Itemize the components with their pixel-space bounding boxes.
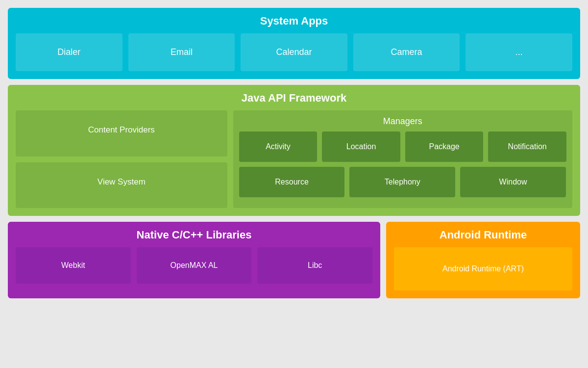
java-left-panel: Content Providers View System: [16, 110, 227, 208]
manager-notification[interactable]: Notification: [488, 131, 566, 162]
app-email[interactable]: Email: [128, 33, 235, 71]
android-runtime-title: Android Runtime: [394, 229, 572, 241]
managers-panel: Managers Activity Location Package Notif…: [233, 110, 572, 208]
app-camera[interactable]: Camera: [353, 33, 460, 71]
java-framework-title: Java API Framework: [16, 92, 572, 105]
manager-resource[interactable]: Resource: [239, 167, 345, 197]
native-libraries-layer: Native C/C++ Libraries Webkit OpenMAX AL…: [8, 222, 380, 298]
system-apps-title: System Apps: [16, 15, 572, 27]
java-inner: Content Providers View System Managers A…: [16, 110, 572, 208]
java-framework-layer: Java API Framework Content Providers Vie…: [8, 85, 580, 216]
bottom-row: Native C/C++ Libraries Webkit OpenMAX AL…: [8, 222, 580, 298]
app-dialer[interactable]: Dialer: [16, 33, 122, 71]
managers-row1: Activity Location Package Notification: [239, 131, 566, 162]
manager-telephony[interactable]: Telephony: [349, 167, 455, 197]
manager-location[interactable]: Location: [322, 131, 400, 162]
manager-window[interactable]: Window: [460, 167, 566, 197]
content-providers-box[interactable]: Content Providers: [16, 110, 227, 157]
native-webkit[interactable]: Webkit: [16, 247, 131, 284]
native-row: Webkit OpenMAX AL Libc: [16, 247, 372, 284]
native-libc[interactable]: Libc: [257, 247, 372, 284]
android-runtime-box[interactable]: Android Runtime (ART): [394, 247, 572, 290]
view-system-box[interactable]: View System: [16, 162, 227, 209]
native-openmax[interactable]: OpenMAX AL: [137, 247, 252, 284]
managers-row2: Resource Telephony Window: [239, 167, 566, 197]
android-runtime-layer: Android Runtime Android Runtime (ART): [386, 222, 580, 298]
manager-package[interactable]: Package: [405, 131, 484, 162]
native-libraries-title: Native C/C++ Libraries: [16, 229, 372, 241]
apps-row: Dialer Email Calendar Camera ...: [16, 33, 572, 71]
managers-title: Managers: [239, 116, 566, 127]
app-calendar[interactable]: Calendar: [241, 33, 347, 71]
system-apps-layer: System Apps Dialer Email Calendar Camera…: [8, 8, 580, 79]
manager-activity[interactable]: Activity: [239, 131, 318, 162]
app-more[interactable]: ...: [466, 33, 572, 71]
